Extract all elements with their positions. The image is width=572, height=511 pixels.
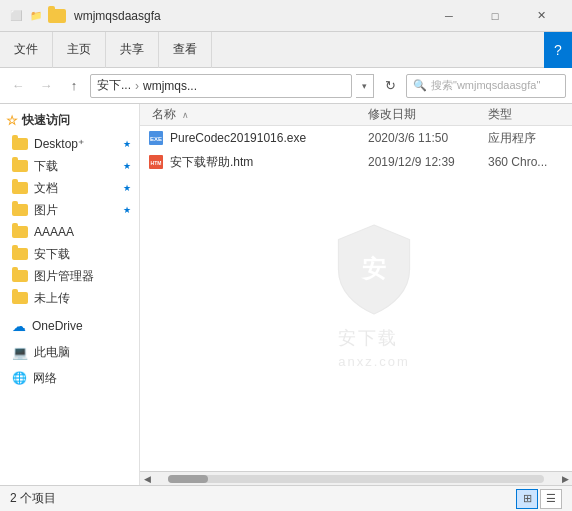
ribbon-tab-view[interactable]: 查看 [159,32,212,68]
sidebar-item-imgmanager[interactable]: 图片管理器 [0,265,139,287]
sidebar-item-onedrive-label: OneDrive [32,319,131,333]
sidebar-item-desktop-label: Desktop⁺ [34,137,117,151]
svg-text:安: 安 [360,255,386,282]
sidebar-item-upload[interactable]: 未上传 [0,287,139,309]
folder-icon-desktop [12,138,28,150]
scroll-left-button[interactable]: ◀ [140,472,154,486]
folder-icon-imgmanager [12,270,28,282]
title-bar: ⬜ 📁 wmjmqsdaasgfa ─ □ ✕ [0,0,572,32]
search-icon: 🔍 [413,79,427,92]
sidebar-item-downloads-label: 下载 [34,158,117,175]
svg-text:HTM: HTM [151,160,162,166]
sidebar-item-anxia-label: 安下载 [34,246,131,263]
view-list-button[interactable]: ☰ [540,489,562,509]
pin-icon-documents: ★ [123,183,131,193]
close-button[interactable]: ✕ [518,0,564,32]
sidebar-item-upload-label: 未上传 [34,290,131,307]
file-name-1: 安下载帮助.htm [170,154,253,171]
view-buttons: ⊞ ☰ [516,489,562,509]
sidebar-item-network[interactable]: 🌐 网络 [0,367,139,389]
col-header-date[interactable]: 修改日期 [368,106,488,123]
view-grid-button[interactable]: ⊞ [516,489,538,509]
address-path[interactable]: 安下... › wmjmqs... [90,74,352,98]
minimize-button[interactable]: ─ [426,0,472,32]
star-icon: ☆ [6,113,18,128]
scrollbar-thumb[interactable] [168,475,208,483]
folder-icon-aaaaa [12,226,28,238]
svg-text:EXE: EXE [150,136,162,142]
sidebar-item-imgmanager-label: 图片管理器 [34,268,131,285]
file-type-0: 应用程序 [488,130,564,147]
col-header-name[interactable]: 名称 ∧ [148,106,368,123]
ribbon-tab-file[interactable]: 文件 [0,32,53,68]
help-button[interactable]: ? [544,32,572,68]
sidebar-item-onedrive[interactable]: ☁ OneDrive [0,315,139,337]
address-dropdown-button[interactable]: ▾ [356,74,374,98]
quick-access-header[interactable]: ☆ 快速访问 [0,108,139,133]
folder-icon-upload [12,292,28,304]
scroll-right-button[interactable]: ▶ [558,472,572,486]
system-menu-icon[interactable]: ⬜ [8,8,24,24]
file-date-0: 2020/3/6 11:50 [368,131,488,145]
ribbon: 文件 主页 共享 查看 ? [0,32,572,68]
refresh-button[interactable]: ↻ [378,74,402,98]
pc-icon: 💻 [12,345,28,360]
sidebar: ☆ 快速访问 Desktop⁺ ★ 下载 ★ 文档 ★ 图片 ★ AAAAA [0,104,140,485]
window-controls: ─ □ ✕ [426,0,564,32]
file-name-cell-1: HTM 安下载帮助.htm [148,154,368,171]
ribbon-tab-share[interactable]: 共享 [106,32,159,68]
network-icon: 🌐 [12,371,27,385]
sidebar-item-pictures-label: 图片 [34,202,117,219]
file-type-1: 360 Chro... [488,155,564,169]
file-date-1: 2019/12/9 12:39 [368,155,488,169]
folder-icon-pictures [12,204,28,216]
sidebar-item-downloads[interactable]: 下载 ★ [0,155,139,177]
search-box[interactable]: 🔍 搜索"wmjmqsdaasgfa" [406,74,566,98]
file-item-1[interactable]: HTM 安下载帮助.htm 2019/12/9 12:39 360 Chro..… [140,150,572,174]
column-headers: 名称 ∧ 修改日期 类型 [140,104,572,126]
folder-icon-anxia [12,248,28,260]
status-text: 2 个项目 [10,490,516,507]
sidebar-item-documents[interactable]: 文档 ★ [0,177,139,199]
pin-icon-pictures: ★ [123,205,131,215]
file-name-0: PureCodec20191016.exe [170,131,306,145]
address-segment-2[interactable]: wmjmqs... [143,79,197,93]
back-button[interactable]: ← [6,74,30,98]
forward-button[interactable]: → [34,74,58,98]
watermark-text: 安下载 anxz.com [338,325,410,370]
watermark: 安 安下载 anxz.com [329,219,419,370]
pin-icon-desktop: ★ [123,139,131,149]
col-header-type[interactable]: 类型 [488,106,564,123]
cloud-icon: ☁ [12,318,26,334]
title-bar-icons: ⬜ 📁 [8,8,66,24]
sort-indicator: ∧ [182,110,189,120]
folder-icon [48,9,66,23]
sidebar-item-thispc[interactable]: 💻 此电脑 [0,341,139,363]
htm-icon-1: HTM [148,154,164,170]
sidebar-item-anxia[interactable]: 安下载 [0,243,139,265]
sidebar-item-documents-label: 文档 [34,180,117,197]
sidebar-item-network-label: 网络 [33,370,131,387]
sidebar-item-pictures[interactable]: 图片 ★ [0,199,139,221]
status-bar: 2 个项目 ⊞ ☰ [0,485,572,511]
up-button[interactable]: ↑ [62,74,86,98]
maximize-button[interactable]: □ [472,0,518,32]
window-title: wmjmqsdaasgfa [74,9,426,23]
file-item-0[interactable]: EXE PureCodec20191016.exe 2020/3/6 11:50… [140,126,572,150]
file-name-cell-0: EXE PureCodec20191016.exe [148,130,368,146]
scrollbar-track [168,475,544,483]
pin-icon-downloads: ★ [123,161,131,171]
address-segment-1[interactable]: 安下... [97,77,131,94]
main-content: ☆ 快速访问 Desktop⁺ ★ 下载 ★ 文档 ★ 图片 ★ AAAAA [0,104,572,485]
folder-icon-documents [12,182,28,194]
folder-icon-downloads [12,160,28,172]
sidebar-item-aaaaa-label: AAAAA [34,225,131,239]
ribbon-tab-home[interactable]: 主页 [53,32,106,68]
exe-icon-0: EXE [148,130,164,146]
quick-access-icon[interactable]: 📁 [28,8,44,24]
sidebar-item-aaaaa[interactable]: AAAAA [0,221,139,243]
quick-access-label: 快速访问 [22,112,70,129]
sidebar-item-desktop[interactable]: Desktop⁺ ★ [0,133,139,155]
address-bar: ← → ↑ 安下... › wmjmqs... ▾ ↻ 🔍 搜索"wmjmqsd… [0,68,572,104]
horizontal-scrollbar[interactable]: ◀ ▶ [140,471,572,485]
